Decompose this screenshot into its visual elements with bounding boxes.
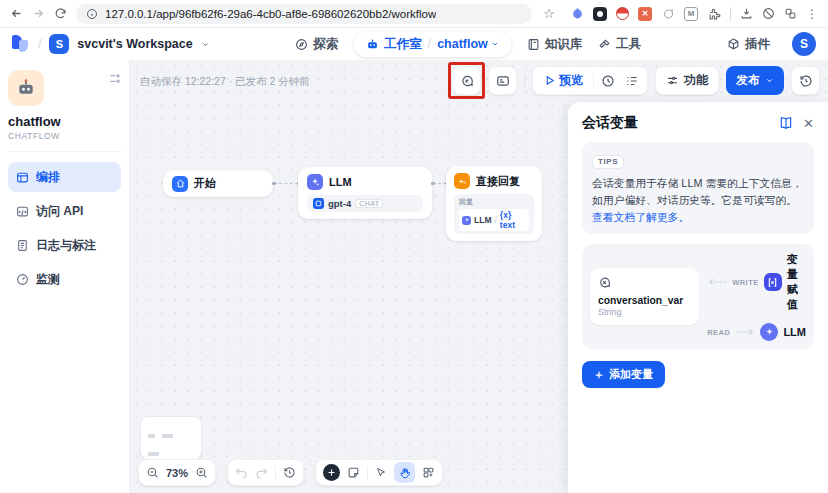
add-variable-button[interactable]: 添加变量 <box>582 361 665 388</box>
forward-icon[interactable] <box>32 7 45 20</box>
app-switch-icon[interactable] <box>108 72 121 85</box>
publish-button[interactable]: 发布 <box>726 66 784 95</box>
redo-button[interactable] <box>255 466 268 479</box>
nav-plugins[interactable]: 插件 <box>727 36 770 53</box>
tips-badge: TIPS <box>592 155 624 169</box>
workflow-canvas[interactable]: chatflow CHATFLOW 编排 访问 API 日志与标注 监测 自动保… <box>0 60 828 493</box>
book-icon <box>527 38 540 51</box>
conversation-variables-button[interactable] <box>452 66 481 95</box>
app-name: chatflow <box>8 114 121 129</box>
workspace-name[interactable]: svcvit's Workspace <box>77 37 192 51</box>
sidebar-item-logs[interactable]: 日志与标注 <box>8 230 121 260</box>
minimap[interactable] <box>140 416 202 460</box>
features-button[interactable]: 功能 <box>655 66 719 95</box>
organize-blocks-button[interactable] <box>422 466 435 479</box>
read-label: READ <box>707 328 730 337</box>
llm-model-selector[interactable]: gpt-4 CHAT <box>307 195 423 212</box>
sidebar-item-monitoring[interactable]: 监测 <box>8 264 121 294</box>
app-header: / S svcvit's Workspace 探索 工作室 / chatflow… <box>0 28 828 60</box>
run-history-button[interactable] <box>596 69 620 93</box>
pointer-mode-button[interactable] <box>375 467 387 479</box>
extensions-puzzle-icon[interactable] <box>707 7 721 21</box>
nav-explore[interactable]: 探索 <box>295 36 338 53</box>
extension-icon-x[interactable]: ✕ <box>638 7 652 21</box>
nav-studio[interactable]: 工作室 <box>366 36 422 53</box>
model-name: gpt-4 <box>328 198 351 209</box>
close-icon[interactable]: ✕ <box>803 117 814 130</box>
zoom-level[interactable]: 73% <box>166 467 188 479</box>
header-left: / S svcvit's Workspace <box>12 34 210 54</box>
node-start[interactable]: 开始 <box>163 170 273 197</box>
checklist-button[interactable] <box>620 69 644 93</box>
app-chevron-down-icon <box>491 40 499 48</box>
address-bar[interactable]: 127.0.0.1/app/96fb62f6-29a6-4cb0-af8e-69… <box>76 4 532 24</box>
zoom-in-button[interactable] <box>195 466 208 479</box>
compass-icon <box>295 38 308 51</box>
read-target[interactable]: LLM <box>783 326 806 338</box>
write-target[interactable]: 变量赋值 <box>787 252 806 312</box>
llm-node-icon <box>307 174 323 190</box>
browser-menu-icon[interactable]: ⋮ <box>806 7 818 21</box>
answer-node-icon <box>454 173 470 189</box>
downloads-icon[interactable] <box>740 7 753 20</box>
node-llm[interactable]: LLM gpt-4 CHAT <box>298 167 432 219</box>
nav-tools[interactable]: 工具 <box>598 36 641 53</box>
workspace-avatar[interactable]: S <box>49 34 69 54</box>
reload-icon[interactable] <box>54 7 67 20</box>
app-icon[interactable] <box>8 70 44 106</box>
answer-variable-ref[interactable]: LLM / {x} text <box>459 209 529 231</box>
nav-current-app[interactable]: chatflow <box>437 37 499 51</box>
extension-icon-m[interactable]: M <box>684 7 698 21</box>
add-node-button[interactable] <box>323 464 340 481</box>
bookmark-star-icon[interactable]: ☆ <box>543 6 555 21</box>
extension-icons: ✕ M ⋮ <box>570 7 818 21</box>
edge-llm-answer <box>433 183 446 184</box>
sidebar-item-api[interactable]: 访问 API <box>8 196 121 226</box>
variable-type: String <box>598 307 691 317</box>
extension-icon-blue[interactable] <box>570 7 584 21</box>
zoom-out-button[interactable] <box>146 466 159 479</box>
add-note-button[interactable] <box>347 466 360 479</box>
workspace-chevron-down-icon[interactable] <box>201 40 210 49</box>
ref-llm-icon <box>462 216 471 225</box>
dify-logo[interactable] <box>12 35 30 53</box>
docs-book-icon[interactable] <box>779 116 793 130</box>
extension-icon-dark[interactable] <box>593 7 607 21</box>
api-icon <box>16 205 29 218</box>
user-avatar[interactable]: S <box>792 32 816 56</box>
toolbar-separator <box>524 74 525 88</box>
hand-mode-button[interactable] <box>394 462 415 483</box>
history-controls <box>227 459 304 486</box>
version-history-button[interactable] <box>791 66 820 95</box>
site-info-icon[interactable] <box>86 8 98 20</box>
chat-variable-icon <box>598 276 691 289</box>
undo-button[interactable] <box>235 466 248 479</box>
preview-button[interactable]: 预览 <box>536 72 591 89</box>
profile-icon[interactable] <box>784 7 797 20</box>
url-text[interactable]: 127.0.0.1/app/96fb62f6-29a6-4cb0-af8e-69… <box>105 8 436 20</box>
back-icon[interactable] <box>10 7 23 20</box>
sidebar-item-orchestrate[interactable]: 编排 <box>8 162 121 192</box>
nav-pill-divider: / <box>428 37 431 51</box>
conversation-variables-panel: 会话变量 ✕ TIPS 会话变量用于存储 LLM 需要的上下文信息，如用户偏好、… <box>568 102 828 493</box>
arrow-left-icon <box>707 278 727 286</box>
node-answer[interactable]: 直接回复 回复 LLM / {x} text <box>446 166 542 241</box>
change-history-button[interactable] <box>283 466 296 479</box>
extension-icon-pokeball[interactable] <box>616 7 629 20</box>
nav-knowledge[interactable]: 知识库 <box>527 36 583 53</box>
llm-node-title: LLM <box>329 176 352 188</box>
tool-controls <box>315 459 443 486</box>
chat-variable-icon <box>460 74 474 88</box>
adblock-icon[interactable] <box>762 7 775 20</box>
extension-icon-chat[interactable] <box>661 7 675 21</box>
model-provider-icon <box>313 198 324 209</box>
docs-link[interactable]: 查看文档了解更多。 <box>592 211 689 223</box>
zoom-controls: 73% <box>138 459 216 486</box>
variable-card[interactable]: conversation_var String <box>590 268 699 325</box>
browser-chrome: 127.0.0.1/app/96fb62f6-29a6-4cb0-af8e-69… <box>0 0 828 28</box>
write-row: WRITE 变量赋值 <box>707 252 806 312</box>
nav-studio-pill[interactable]: 工作室 / chatflow <box>354 32 511 57</box>
tips-text: 会话变量用于存储 LLM 需要的上下文信息，如用户偏好、对话历史等。它是可读写的… <box>592 175 804 227</box>
environment-variables-button[interactable] <box>488 66 517 95</box>
tips-card: TIPS 会话变量用于存储 LLM 需要的上下文信息，如用户偏好、对话历史等。它… <box>582 142 814 234</box>
